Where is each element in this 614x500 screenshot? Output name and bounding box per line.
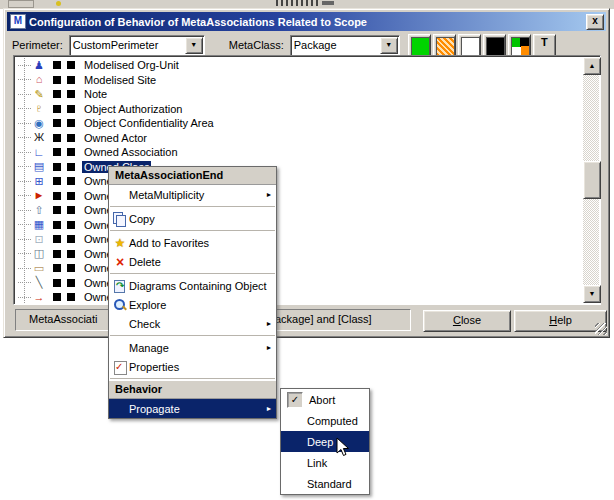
menu-item-add-to-favorites[interactable]: ★Add to Favorites	[109, 233, 276, 252]
state-square[interactable]	[53, 192, 61, 200]
tree-row[interactable]: ЖOwned Actor	[16, 131, 582, 146]
state-square[interactable]	[53, 250, 61, 258]
tree-row[interactable]: ⊞Owned	[16, 174, 582, 189]
state-square[interactable]	[53, 61, 61, 69]
tree-row[interactable]: ⊡Owned	[16, 232, 582, 247]
status-text-right: ackage] and [Class]	[275, 313, 372, 325]
state-square[interactable]	[67, 163, 75, 171]
close-button[interactable]: Close	[423, 310, 511, 332]
chevron-down-icon[interactable]: ▼	[380, 37, 398, 54]
tree-row[interactable]: ►Owned	[16, 189, 582, 204]
orange-hatch-swatch-button[interactable]	[433, 34, 456, 57]
scroll-down-icon[interactable]: ▼	[583, 285, 601, 303]
state-square[interactable]	[67, 264, 75, 272]
menu-separator	[110, 206, 275, 207]
menu-icon-spacer	[111, 402, 129, 416]
state-square[interactable]	[53, 293, 61, 301]
menu-item-explore[interactable]: Explore	[109, 295, 276, 314]
site-icon: ⌂	[31, 73, 47, 86]
state-square[interactable]	[67, 206, 75, 214]
state-square[interactable]	[67, 105, 75, 113]
tree-row[interactable]: ▦Owned	[16, 218, 582, 233]
text-mode-button[interactable]: T	[533, 34, 556, 57]
state-square[interactable]	[67, 221, 75, 229]
tree-row[interactable]: ♇Object Authorization	[16, 102, 582, 117]
tree-row[interactable]: ∟Owned Association	[16, 145, 582, 160]
state-square[interactable]	[53, 177, 61, 185]
tree-row[interactable]: ✎Note	[16, 87, 582, 102]
state-square[interactable]	[67, 279, 75, 287]
state-square[interactable]	[53, 119, 61, 127]
state-square[interactable]	[53, 134, 61, 142]
state-square[interactable]	[53, 163, 61, 171]
state-square[interactable]	[53, 105, 61, 113]
tree-row[interactable]: ▤Owned Class	[16, 160, 582, 175]
submenu-item-label: Abort	[309, 394, 335, 406]
submenu-item-link[interactable]: Link	[281, 452, 369, 473]
menu-item-check[interactable]: Check►	[109, 314, 276, 333]
state-square[interactable]	[67, 250, 75, 258]
state-square[interactable]	[67, 235, 75, 243]
resize-grip[interactable]	[595, 323, 607, 335]
tree-row[interactable]: ╲Owned	[16, 276, 582, 291]
state-square[interactable]	[53, 206, 61, 214]
tree-row[interactable]: ◫Owned	[16, 247, 582, 262]
scrollbar-thumb[interactable]	[583, 161, 601, 199]
background-fragment	[322, 1, 334, 5]
state-square[interactable]	[53, 90, 61, 98]
tree-connector	[18, 282, 31, 283]
state-square[interactable]	[67, 119, 75, 127]
menu-item-properties[interactable]: ✓Properties	[109, 357, 276, 376]
state-square[interactable]	[53, 76, 61, 84]
globe-icon: ◉	[31, 117, 47, 130]
vertical-scrollbar[interactable]: ▲ ▼	[583, 57, 599, 303]
menu-item-metamultiplicity[interactable]: MetaMultiplicity►	[109, 185, 276, 204]
state-square[interactable]	[53, 235, 61, 243]
tree-row[interactable]: ◉Object Confidentiality Area	[16, 116, 582, 131]
black-swatch-button[interactable]	[483, 34, 506, 57]
menu-item-delete[interactable]: ×Delete	[109, 252, 276, 271]
state-square[interactable]	[67, 61, 75, 69]
menu-item-copy[interactable]: Copy	[109, 209, 276, 228]
close-button-label: Close	[424, 311, 510, 329]
tree-row[interactable]: ⌂Modelised Site	[16, 73, 582, 88]
submenu-item-deep[interactable]: Deep	[281, 431, 369, 452]
green-swatch-button[interactable]	[408, 34, 431, 57]
state-square[interactable]	[67, 90, 75, 98]
state-square[interactable]	[67, 177, 75, 185]
state-square[interactable]	[53, 148, 61, 156]
submenu-item-standard[interactable]: Standard	[281, 473, 369, 494]
menu-item-manage[interactable]: Manage►	[109, 338, 276, 357]
state-square[interactable]	[67, 293, 75, 301]
tree-row[interactable]: →Owned	[16, 290, 582, 303]
menu-item-label: Diagrams Containing Object	[129, 280, 267, 292]
tree-row[interactable]: ⇧Owned	[16, 203, 582, 218]
state-square[interactable]	[67, 134, 75, 142]
submenu-item-abort[interactable]: ✓Abort	[281, 389, 369, 410]
help-button[interactable]: Help	[514, 310, 607, 332]
metaclass-combobox[interactable]: Package ▼	[290, 35, 400, 56]
state-square[interactable]	[53, 279, 61, 287]
perimeter-combobox[interactable]: CustomPerimeter ▼	[69, 35, 205, 56]
submenu-item-label: Standard	[307, 478, 352, 490]
tree-row[interactable]: ▭Owned	[16, 261, 582, 276]
white-swatch-button[interactable]	[458, 34, 481, 57]
state-square[interactable]	[67, 192, 75, 200]
state-square[interactable]	[53, 264, 61, 272]
state-square[interactable]	[67, 76, 75, 84]
mixed-swatch-button[interactable]	[508, 34, 531, 57]
ghost-class-icon: ⊡	[31, 233, 47, 246]
state-square[interactable]	[67, 148, 75, 156]
window-title: Configuration of Behavior of MetaAssocia…	[29, 16, 586, 28]
title-bar[interactable]: M Configuration of Behavior of MetaAssoc…	[7, 12, 606, 31]
chevron-down-icon[interactable]: ▼	[185, 37, 203, 54]
menu-item-label: MetaMultiplicity	[129, 189, 262, 201]
menu-item-diagrams-containing-object[interactable]: ↷Diagrams Containing Object	[109, 276, 276, 295]
menu-item-propagate[interactable]: Propagate►	[109, 399, 276, 418]
scroll-up-icon[interactable]: ▲	[583, 57, 601, 75]
tree-row[interactable]: ♟Modelised Org-Unit	[16, 58, 582, 73]
close-icon[interactable]: x	[586, 14, 604, 30]
state-square[interactable]	[53, 221, 61, 229]
background-fragment	[8, 0, 34, 8]
submenu-item-computed[interactable]: Computed	[281, 410, 369, 431]
